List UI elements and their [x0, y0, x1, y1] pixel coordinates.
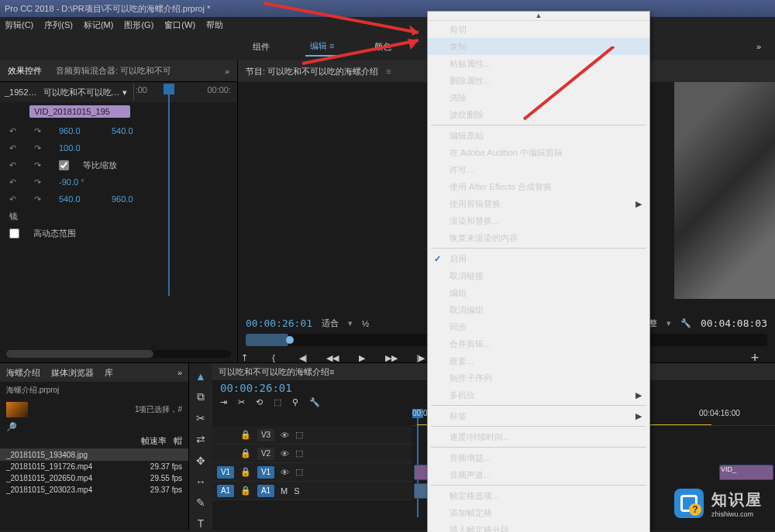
menu-item[interactable]: 粘贴属性...	[428, 55, 649, 72]
menu-item[interactable]: 剪辑(C)	[5, 19, 33, 31]
transport-button[interactable]: ⤒	[238, 353, 250, 363]
tab-audio-mixer[interactable]: 音频剪辑混合器: 可以吃和不可	[56, 65, 171, 77]
timeline-tool-icon[interactable]: 🔧	[309, 397, 320, 407]
property-value[interactable]: 100.0	[59, 143, 98, 153]
track-source-patch[interactable]: A1	[217, 485, 234, 497]
menu-item[interactable]: 序列(S)	[44, 19, 73, 31]
tab-effect-controls[interactable]: 效果控件	[8, 65, 42, 77]
menu-item[interactable]: 音频声道...	[428, 466, 649, 483]
panel-menu-icon[interactable]: ≡	[386, 67, 391, 76]
tab-media-browser[interactable]: 媒体浏览器	[51, 367, 94, 379]
menu-item[interactable]: 波纹删除	[428, 106, 649, 123]
settings-icon[interactable]: 🔧	[680, 318, 691, 328]
property-value[interactable]: 960.0	[59, 126, 98, 136]
sequence-dropdown[interactable]: 可以吃和不可以吃… ▾	[43, 87, 127, 98]
tab-library[interactable]: 库	[105, 367, 113, 379]
tool-button[interactable]: ✂	[194, 412, 208, 425]
transport-button[interactable]: ▶▶	[385, 353, 398, 363]
solo-button[interactable]: S	[294, 486, 299, 496]
menu-item[interactable]: 编辑原始	[428, 127, 649, 144]
eye-icon[interactable]: 👁	[281, 431, 289, 440]
menu-item[interactable]: 标签▶	[428, 407, 649, 424]
timeline-tool-icon[interactable]: ⬚	[274, 397, 281, 407]
property-checkbox[interactable]	[59, 160, 69, 170]
menu-scroll-up-icon[interactable]: ▲	[428, 12, 649, 21]
reset-icon[interactable]: ↷	[34, 126, 45, 136]
reset-icon[interactable]: ↷	[34, 177, 45, 187]
menu-item[interactable]: 删除属性...	[428, 72, 649, 89]
property-value[interactable]: 960.0	[112, 194, 150, 204]
tool-button[interactable]: ✎	[194, 496, 208, 510]
sync-lock-icon[interactable]: ⬚	[295, 430, 303, 440]
track-label[interactable]: V3	[257, 429, 274, 441]
transport-button[interactable]: ◀◀	[326, 353, 339, 363]
menu-item[interactable]: 速度/持续时间...	[428, 428, 649, 445]
scrollbar-horizontal[interactable]	[6, 350, 231, 358]
eye-icon[interactable]: 👁	[281, 468, 289, 477]
menu-item[interactable]: 使用剪辑替换▶	[428, 195, 649, 212]
tool-button[interactable]: ⇄	[194, 433, 208, 446]
property-value[interactable]: 540.0	[112, 126, 150, 136]
menu-item[interactable]: 清除	[428, 89, 649, 106]
menu-item[interactable]: 剪切	[428, 21, 649, 38]
timeline-tool-icon[interactable]: ✂	[238, 397, 245, 407]
scrub-handle[interactable]	[286, 336, 294, 344]
property-value[interactable]: -90.0 °	[59, 177, 98, 187]
tool-button[interactable]: ✥	[194, 454, 208, 467]
track-header[interactable]: X🔒V3👁⬚	[212, 426, 412, 444]
menu-item[interactable]: 合并剪辑...	[428, 335, 649, 352]
reset-icon[interactable]: ↷	[34, 194, 45, 204]
clip-context-menu[interactable]: ▲ 剪切复制粘贴属性...删除属性...清除波纹删除编辑原始在 Adobe Au…	[427, 11, 650, 532]
menu-item[interactable]: 标记(M)	[84, 19, 114, 31]
effect-property-row[interactable]: ↶↷540.0960.0	[9, 190, 228, 208]
tool-button[interactable]: T	[194, 517, 208, 530]
menu-item[interactable]: 添加帧定格	[428, 504, 649, 521]
reset-icon[interactable]: ↶	[9, 126, 20, 136]
tool-button[interactable]: ⧉	[194, 390, 208, 403]
search-icon[interactable]: 🔎	[6, 422, 17, 431]
tool-button[interactable]: ▲	[194, 369, 208, 383]
effect-property-row[interactable]: ↶↷960.0540.0	[9, 122, 228, 139]
main-menu[interactable]: 剪辑(C)序列(S)标记(M)图形(G)窗口(W)帮助	[0, 17, 775, 33]
zoom-fit-label[interactable]: 适合	[322, 317, 339, 329]
track-label[interactable]: V1	[257, 466, 274, 479]
transport-button[interactable]: {	[267, 353, 280, 362]
effect-property-row[interactable]: ↶↷-90.0 °	[9, 173, 228, 190]
menu-item[interactable]: 渲染和替换...	[428, 212, 649, 229]
track-label[interactable]: A1	[257, 485, 274, 497]
lock-icon[interactable]: 🔒	[240, 448, 251, 458]
track-label[interactable]: V2	[257, 448, 274, 460]
zoom-dropdown-icon[interactable]: ▾	[348, 318, 353, 328]
menu-item[interactable]: 同步	[428, 318, 649, 335]
project-item-row[interactable]: _20181015_202650.mp429.55 fps	[0, 472, 188, 484]
more-workspaces-icon[interactable]: »	[756, 42, 761, 51]
track-header[interactable]: V1🔒V1👁⬚	[212, 463, 412, 482]
effect-property-row[interactable]: 高动态范围	[9, 225, 228, 242]
menu-item[interactable]: 取消编组	[428, 301, 649, 318]
lock-icon[interactable]: 🔒	[240, 430, 251, 440]
workspace-tab[interactable]: 编辑 ≡	[305, 37, 339, 57]
menu-item[interactable]: 取消链接	[428, 267, 649, 284]
track-header[interactable]: A1🔒A1MS	[212, 482, 412, 500]
lock-icon[interactable]: 🔒	[240, 486, 251, 496]
eye-icon[interactable]: 👁	[281, 449, 289, 458]
transport-button[interactable]: ▶	[356, 353, 368, 363]
effect-property-row[interactable]: 镜	[9, 208, 228, 225]
menu-item[interactable]: 嵌套...	[428, 352, 649, 369]
menu-item[interactable]: 使用 After Effects 合成替换	[428, 178, 649, 195]
menu-item[interactable]: 帮助	[206, 19, 223, 31]
workspace-tab[interactable]: 颜色	[370, 38, 396, 56]
sync-lock-icon[interactable]: ⬚	[295, 467, 303, 477]
project-item-row[interactable]: _20181015_203023.mp429.37 fps	[0, 484, 188, 496]
workspace-tabs[interactable]: 组件编辑 ≡颜色效»	[0, 33, 775, 60]
project-item-row[interactable]: _20181015_193408.jpg	[0, 449, 188, 461]
menu-item[interactable]: 帧定格选项...	[428, 487, 649, 504]
project-item-row[interactable]: _20181015_191726.mp429.37 fps	[0, 461, 188, 472]
project-columns[interactable]: 帧速率帽	[0, 434, 188, 449]
menu-item[interactable]: 窗口(W)	[164, 19, 195, 31]
fx-time-ruler[interactable]: :00 00:00:	[133, 84, 232, 101]
menu-item[interactable]: 插入帧定格分段	[428, 521, 649, 532]
mute-button[interactable]: M	[281, 486, 288, 496]
half-res-icon[interactable]: ½	[362, 319, 369, 328]
menu-item[interactable]: 复制	[428, 38, 649, 55]
